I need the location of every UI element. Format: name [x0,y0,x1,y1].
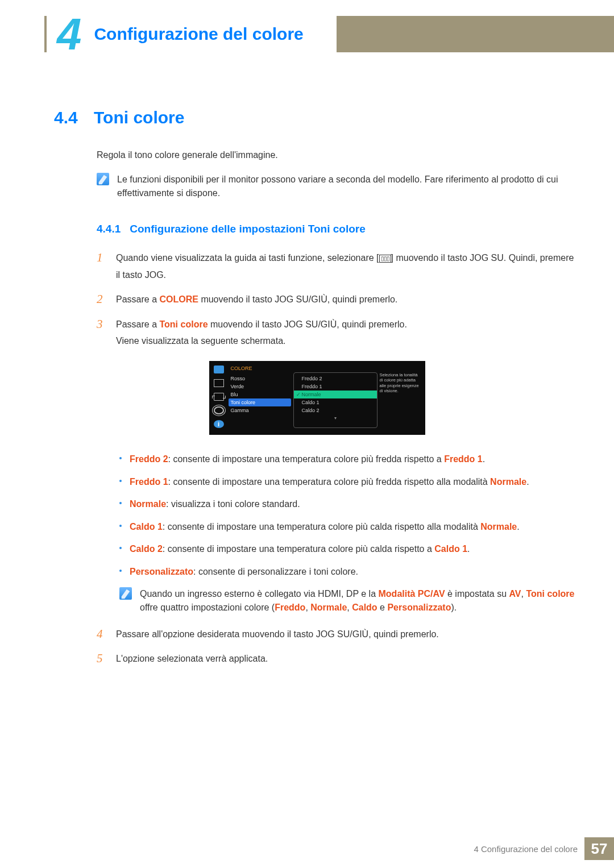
step-number: 1 [97,250,106,283]
step-number: 2 [97,291,106,308]
osd-option: Caldo 2 [294,406,377,414]
list-item: Freddo 1: consente di impostare una temp… [119,475,580,489]
osd-help-text: Seleziona la tonalità di colore più adat… [380,364,421,428]
gear-icon [214,406,224,414]
highlight-toni-colore: Toni colore [159,319,208,329]
osd-menu: COLORE Rosso Verde Blu Toni colore Gamma [229,364,291,428]
osd-option: Freddo 1 [294,383,377,391]
osd-sidebar-icons: i [213,364,225,428]
note-bottom: Quando un ingresso esterno è collegato v… [119,587,580,614]
section-number: 4.4 [54,108,94,127]
osd-menu-item: Rosso [229,375,291,383]
osd-menu-item: Gamma [229,406,291,414]
osd-screenshot: i COLORE Rosso Verde Blu Toni colore Gam… [209,361,425,435]
osd-body: COLORE Rosso Verde Blu Toni colore Gamma… [229,364,421,428]
note-top-text: Le funzioni disponibili per il monitor p… [117,173,580,200]
list-item: Caldo 2: consente di impostare una tempe… [119,542,580,556]
chapter-title: Configurazione del colore [94,24,303,44]
step-5: 5 L'opzione selezionata verrà applicata. [97,650,580,667]
osd-option: Caldo 1 [294,398,377,406]
step-text: Quando viene visualizzata la guida ai ta… [116,250,580,283]
chapter-header: 4 Configurazione del colore [47,11,337,57]
options-description-list: Freddo 2: consente di impostare una temp… [119,452,580,614]
subsection-number: 4.4.1 [97,223,121,235]
page-content: 4.4Toni colore Regola il tono colore gen… [54,102,580,675]
menu-glyph-icon: ▯▯▯ [379,255,391,263]
highlight-colore: COLORE [159,294,198,304]
list-item: Caldo 1: consente di impostare una tempe… [119,520,580,534]
list-item: Normale: visualizza i toni colore standa… [119,497,580,512]
step-2: 2 Passare a COLORE muovendo il tasto JOG… [97,291,580,308]
step-number: 5 [97,650,106,667]
step-number: 3 [97,316,106,350]
page-footer: 4 Configurazione del colore 57 [474,837,614,860]
note-icon [97,173,109,185]
section-intro: Regola il tono colore generale dell'imma… [97,150,580,160]
note-icon [119,587,132,600]
footer-text: 4 Configurazione del colore [474,844,578,854]
step-text: Passare a COLORE muovendo il tasto JOG S… [116,291,397,308]
step-3: 3 Passare a Toni colore muovendo il tast… [97,316,580,350]
osd-option-selected: Normale [294,391,377,398]
section-title: Toni colore [94,108,184,127]
step-text: Passare all'opzione desiderata muovendo … [116,626,439,643]
step-text: Passare a Toni colore muovendo il tasto … [116,316,407,350]
osd-title: COLORE [229,364,291,375]
step-number: 4 [97,626,106,643]
step-text: L'opzione selezionata verrà applicata. [116,650,268,667]
subsection-title: Configurazione delle impostazioni Toni c… [130,223,366,235]
osd-menu-item: Verde [229,383,291,391]
osd-option: Freddo 2 [294,375,377,383]
resize-icon [214,393,224,401]
info-icon: i [214,420,224,428]
section-heading: 4.4Toni colore [54,108,580,127]
osd-options: Freddo 2 Freddo 1 Normale Caldo 1 Caldo … [293,372,377,428]
subsection-heading: 4.4.1Configurazione delle impostazioni T… [97,223,580,235]
note-top: Le funzioni disponibili per il monitor p… [97,173,580,200]
osd-menu-item-active: Toni colore [229,398,291,406]
list-item: Personalizzato: consente di personalizza… [119,564,580,579]
list-item: Freddo 2: consente di impostare una temp… [119,452,580,467]
step-1: 1 Quando viene visualizzata la guida ai … [97,250,580,283]
note-bottom-text: Quando un ingresso esterno è collegato v… [140,587,580,614]
monitor-icon [214,366,224,373]
osd-menu-item: Blu [229,391,291,398]
display-icon [214,379,224,387]
footer-page-number: 57 [584,837,614,860]
step-4: 4 Passare all'opzione desiderata muovend… [97,626,580,643]
chapter-number: 4 [57,12,81,56]
osd-scroll-hint [294,414,377,422]
